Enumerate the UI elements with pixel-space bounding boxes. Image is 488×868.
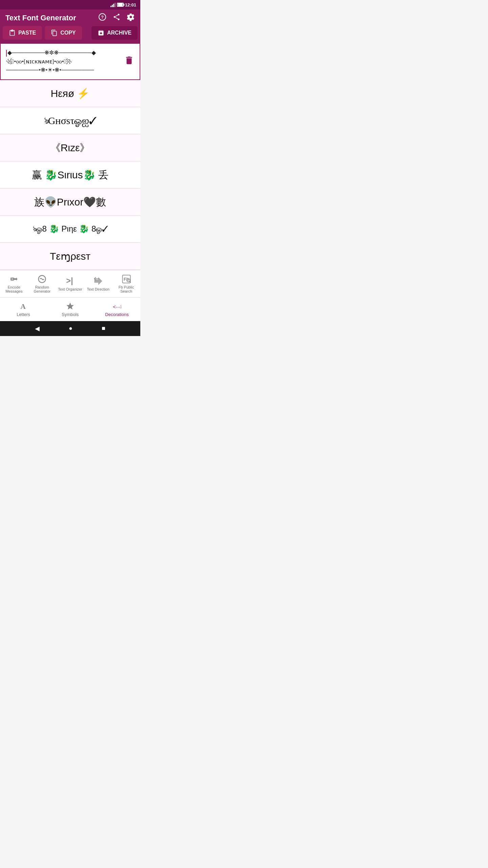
svg-point-8 bbox=[12, 278, 13, 280]
nav-recents-button[interactable]: ■ bbox=[102, 325, 105, 332]
nav-decorations-label: Decorations bbox=[105, 312, 128, 317]
battery-icon bbox=[117, 3, 124, 7]
text-cursor bbox=[6, 50, 7, 57]
toolbar: PASTE COPY ARCHIVE bbox=[0, 26, 140, 43]
font-card-4[interactable]: 赢 🐉Sιrιus🐉 丢 bbox=[0, 161, 140, 189]
app-header: Text Font Generator ? bbox=[0, 9, 140, 26]
copy-button[interactable]: COPY bbox=[45, 26, 82, 40]
font-card-5[interactable]: 族👽Prιxor🖤數 bbox=[0, 189, 140, 216]
text-input-area[interactable]: ◆────────❋✼❋────────◆ ꧁𒆜•oo•[ɴɪᴄᴋɴᴀᴍᴇ]•o… bbox=[0, 43, 140, 80]
svg-line-5 bbox=[116, 15, 118, 17]
system-nav-bar: ◀ ● ■ bbox=[0, 321, 140, 336]
app-title: Text Font Generator bbox=[5, 14, 76, 22]
archive-label: ARCHIVE bbox=[107, 30, 131, 36]
svg-line-6 bbox=[116, 18, 118, 19]
font-card-3[interactable]: 《Rιzε》 bbox=[0, 134, 140, 161]
share-icon[interactable] bbox=[113, 13, 121, 23]
nav-letters-label: Letters bbox=[17, 312, 30, 317]
nav-symbols[interactable]: Symbols bbox=[47, 300, 94, 319]
font-card-2[interactable]: ঌGнσsτஓஐ✓ bbox=[0, 107, 140, 134]
status-time: 12:01 bbox=[125, 2, 136, 7]
nav-text-direction[interactable]: Text Direction bbox=[84, 272, 112, 295]
nav-fb-label: Fb Public Search bbox=[113, 285, 140, 293]
font-card-text-3: 《Rιzε》 bbox=[50, 141, 90, 154]
status-bar: 12:01 bbox=[0, 0, 140, 9]
nav-home-button[interactable]: ● bbox=[69, 325, 73, 332]
svg-text:?: ? bbox=[101, 15, 104, 20]
input-text[interactable]: ◆────────❋✼❋────────◆ ꧁𒆜•oo•[ɴɪᴄᴋɴᴀᴍᴇ]•o… bbox=[6, 48, 121, 75]
font-card-text-5: 族👽Prιxor🖤數 bbox=[34, 195, 106, 209]
settings-icon[interactable] bbox=[127, 13, 135, 23]
nav-symbols-label: Symbols bbox=[62, 312, 79, 317]
svg-point-2 bbox=[118, 14, 120, 16]
nav-encode-label: Encode Messages bbox=[5, 285, 22, 293]
status-icons: 12:01 bbox=[110, 2, 136, 7]
bottom-nav-row2: A Letters Symbols <···> Decorations bbox=[0, 297, 140, 321]
font-card-6[interactable]: ঌஓ8 🐉 Pιηε 🐉 8ஓ✓ bbox=[0, 216, 140, 243]
svg-point-4 bbox=[118, 19, 120, 20]
signal-icon bbox=[110, 3, 116, 7]
font-card-text-4: 赢 🐉Sιrιus🐉 丢 bbox=[32, 168, 108, 181]
nav-organizer-label: Text Organizer bbox=[58, 287, 82, 291]
nav-random-label: Random Generator bbox=[34, 285, 50, 293]
font-card-text-6: ঌஓ8 🐉 Pιηε 🐉 8ஓ✓ bbox=[32, 223, 108, 234]
font-card-text-7: Tεɱρεsт bbox=[50, 250, 90, 263]
font-card-7[interactable]: Tεɱρεsт bbox=[0, 243, 140, 270]
nav-direction-label: Text Direction bbox=[87, 287, 109, 291]
paste-label: PASTE bbox=[18, 30, 36, 36]
nav-decorations[interactable]: <···> Decorations bbox=[94, 300, 140, 319]
copy-label: COPY bbox=[60, 30, 76, 36]
nav-random-generator[interactable]: Random Generator bbox=[28, 272, 56, 295]
bottom-nav-row1: Encode Messages Random Generator >| Text… bbox=[0, 270, 140, 297]
nav-back-button[interactable]: ◀ bbox=[35, 325, 40, 332]
svg-text:Fb: Fb bbox=[123, 276, 129, 281]
header-icons: ? bbox=[98, 13, 135, 23]
font-list: Нεяø ⚡ ঌGнσsτஓஐ✓ 《Rιzε》 赢 🐉Sιrιus🐉 丢 族👽P… bbox=[0, 80, 140, 270]
nav-fb-search[interactable]: Fb Fb Public Search bbox=[112, 272, 140, 295]
svg-text:<···>: <···> bbox=[113, 303, 121, 309]
font-card-1[interactable]: Нεяø ⚡ bbox=[0, 80, 140, 107]
svg-text:A: A bbox=[20, 302, 26, 310]
font-card-text-2: ঌGнσsτஓஐ✓ bbox=[43, 114, 97, 127]
svg-point-3 bbox=[114, 16, 116, 18]
svg-marker-17 bbox=[66, 302, 74, 310]
nav-letters[interactable]: A Letters bbox=[0, 300, 47, 319]
svg-text:>|: >| bbox=[66, 276, 73, 285]
paste-button[interactable]: PASTE bbox=[3, 26, 42, 40]
nav-text-organizer[interactable]: >| Text Organizer bbox=[56, 272, 84, 295]
nav-encode-messages[interactable]: Encode Messages bbox=[0, 272, 28, 295]
font-card-text-1: Нεяø ⚡ bbox=[51, 87, 90, 100]
delete-button[interactable] bbox=[124, 55, 134, 68]
help-icon[interactable]: ? bbox=[98, 13, 106, 23]
archive-button[interactable]: ARCHIVE bbox=[92, 26, 138, 40]
